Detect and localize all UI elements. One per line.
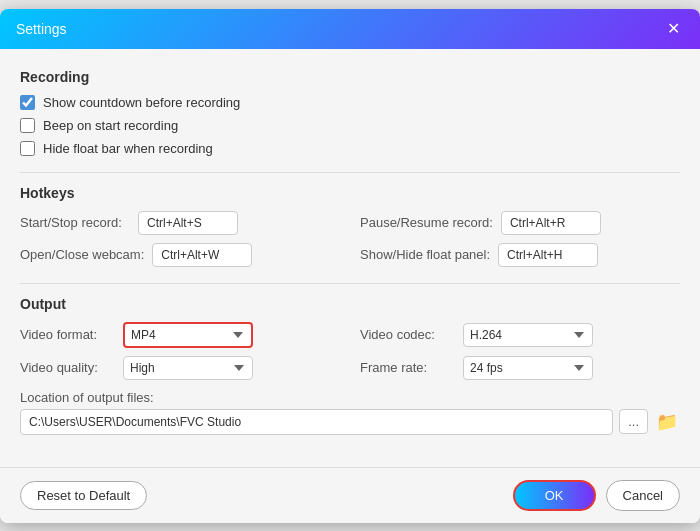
reset-button[interactable]: Reset to Default	[20, 481, 147, 510]
output-label-codec: Video codec:	[360, 327, 455, 342]
hotkeys-section: Hotkeys Start/Stop record: Pause/Resume …	[20, 185, 680, 267]
cancel-button[interactable]: Cancel	[606, 480, 680, 511]
hotkey-row-pauseresume: Pause/Resume record:	[360, 211, 680, 235]
output-row-format: Video format: MP4 AVI MOV MKV WMV	[20, 322, 340, 348]
video-codec-select[interactable]: H.264 H.265 MPEG-4	[463, 323, 593, 347]
hotkeys-grid: Start/Stop record: Pause/Resume record: …	[20, 211, 680, 267]
checkbox-row-countdown: Show countdown before recording	[20, 95, 680, 110]
hotkey-input-webcam[interactable]	[152, 243, 252, 267]
recording-section: Recording Show countdown before recordin…	[20, 69, 680, 156]
hotkey-input-floatpanel[interactable]	[498, 243, 598, 267]
recording-title: Recording	[20, 69, 680, 85]
settings-dialog: Settings ✕ Recording Show countdown befo…	[0, 9, 700, 523]
checkbox-label-floatbar: Hide float bar when recording	[43, 141, 213, 156]
location-dots-button[interactable]: ...	[619, 409, 648, 434]
checkbox-label-beep: Beep on start recording	[43, 118, 178, 133]
output-label-quality: Video quality:	[20, 360, 115, 375]
footer-right: OK Cancel	[513, 480, 680, 511]
output-title: Output	[20, 296, 680, 312]
hotkey-input-startstop[interactable]	[138, 211, 238, 235]
hotkeys-title: Hotkeys	[20, 185, 680, 201]
close-button[interactable]: ✕	[663, 19, 684, 39]
output-grid: Video format: MP4 AVI MOV MKV WMV Video …	[20, 322, 680, 380]
hotkey-label-pauseresume: Pause/Resume record:	[360, 215, 493, 230]
output-row-codec: Video codec: H.264 H.265 MPEG-4	[360, 322, 680, 348]
location-input-row: ... 📁	[20, 409, 680, 435]
ok-button[interactable]: OK	[513, 480, 596, 511]
checkbox-row-floatbar: Hide float bar when recording	[20, 141, 680, 156]
hotkey-row-webcam: Open/Close webcam:	[20, 243, 340, 267]
location-row: Location of output files: ... 📁	[20, 390, 680, 435]
checkbox-label-countdown: Show countdown before recording	[43, 95, 240, 110]
hotkey-row-startstop: Start/Stop record:	[20, 211, 340, 235]
dialog-title: Settings	[16, 21, 67, 37]
location-input[interactable]	[20, 409, 613, 435]
hotkey-label-webcam: Open/Close webcam:	[20, 247, 144, 262]
checkbox-row-beep: Beep on start recording	[20, 118, 680, 133]
video-quality-select[interactable]: High Medium Low	[123, 356, 253, 380]
output-label-framerate: Frame rate:	[360, 360, 455, 375]
output-section: Output Video format: MP4 AVI MOV MKV WMV…	[20, 296, 680, 435]
hotkey-row-floatpanel: Show/Hide float panel:	[360, 243, 680, 267]
frame-rate-select[interactable]: 24 fps 30 fps 60 fps	[463, 356, 593, 380]
hotkey-label-startstop: Start/Stop record:	[20, 215, 130, 230]
output-row-framerate: Frame rate: 24 fps 30 fps 60 fps	[360, 356, 680, 380]
title-bar: Settings ✕	[0, 9, 700, 49]
checkbox-countdown[interactable]	[20, 95, 35, 110]
location-folder-button[interactable]: 📁	[654, 409, 680, 435]
dialog-content: Recording Show countdown before recordin…	[0, 49, 700, 467]
checkbox-beep[interactable]	[20, 118, 35, 133]
checkbox-floatbar[interactable]	[20, 141, 35, 156]
output-label-format: Video format:	[20, 327, 115, 342]
video-format-select[interactable]: MP4 AVI MOV MKV WMV	[123, 322, 253, 348]
output-row-quality: Video quality: High Medium Low	[20, 356, 340, 380]
footer: Reset to Default OK Cancel	[0, 467, 700, 523]
divider-2	[20, 283, 680, 284]
location-label: Location of output files:	[20, 390, 680, 405]
divider-1	[20, 172, 680, 173]
hotkey-label-floatpanel: Show/Hide float panel:	[360, 247, 490, 262]
hotkey-input-pauseresume[interactable]	[501, 211, 601, 235]
